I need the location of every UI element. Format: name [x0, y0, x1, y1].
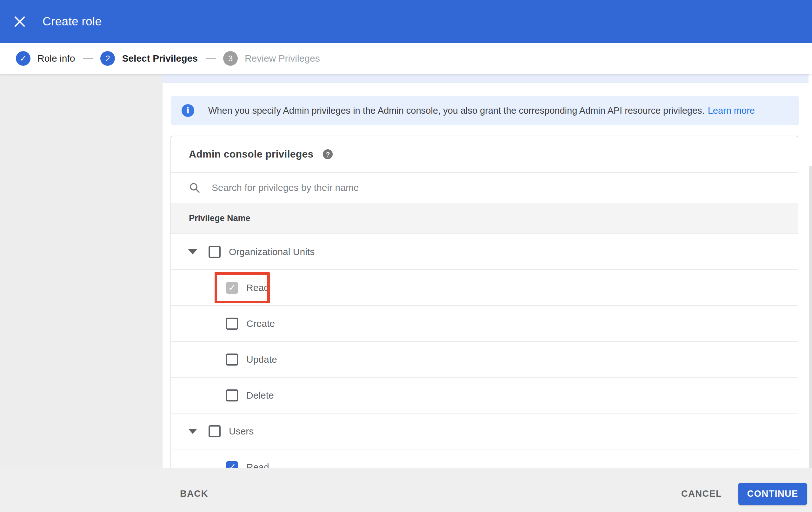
banner-text: When you specify Admin privileges in the… [208, 105, 705, 116]
privilege-label: Organizational Units [229, 246, 315, 257]
search-input[interactable] [212, 182, 688, 193]
privilege-label: Delete [246, 390, 274, 401]
step-check-icon: ✓ [16, 51, 30, 66]
step-number: 2 [100, 51, 115, 66]
expand-caret-icon[interactable] [188, 249, 197, 254]
privilege-label: Update [246, 354, 277, 365]
help-icon[interactable]: ? [323, 149, 333, 159]
step-connector [206, 58, 216, 59]
privilege-row-read: ✓Read [171, 270, 798, 306]
left-rail [0, 74, 163, 512]
search-icon [189, 182, 200, 193]
expand-caret-icon[interactable] [188, 429, 197, 434]
step-review-privileges[interactable]: 3Review Privileges [223, 51, 320, 66]
table-header: Privilege Name [171, 203, 798, 234]
privilege-row-create: Create [171, 306, 798, 342]
back-button[interactable]: BACK [180, 488, 208, 499]
vertical-scrollbar[interactable] [809, 166, 812, 468]
privilege-checkbox[interactable] [226, 353, 238, 366]
privilege-checkbox[interactable]: ✓ [226, 461, 238, 468]
close-button[interactable] [8, 9, 32, 34]
card-title: Admin console privileges [189, 148, 313, 160]
privilege-checkbox: ✓ [226, 282, 238, 294]
privilege-row-update: Update [171, 342, 798, 378]
scrolled-content-strip [163, 74, 809, 83]
step-number: 3 [223, 51, 238, 66]
info-banner: i When you specify Admin privileges in t… [171, 96, 799, 125]
privilege-checkbox[interactable] [226, 318, 238, 330]
privilege-row-delete: Delete [171, 378, 798, 413]
privilege-search-row [171, 172, 798, 203]
step-connector [83, 58, 93, 59]
appbar: Create role [0, 0, 812, 43]
main-content: i When you specify Admin privileges in t… [163, 74, 812, 468]
step-label: Select Privileges [122, 53, 198, 64]
step-label: Review Privileges [245, 53, 320, 64]
step-label: Role info [37, 53, 75, 64]
footer-bar: BACK CANCEL CONTINUE [0, 468, 812, 512]
privilege-row-read: ✓Read [171, 450, 798, 468]
step-role-info[interactable]: ✓Role info [16, 51, 75, 66]
stepper: ✓Role info2Select Privileges3Review Priv… [0, 43, 812, 74]
privilege-label: Read [246, 282, 269, 293]
column-header-privilege-name: Privilege Name [189, 213, 251, 223]
privilege-table: Organizational Units✓ReadCreateUpdateDel… [171, 234, 798, 468]
privilege-row-users: Users [171, 413, 798, 450]
cancel-button[interactable]: CANCEL [681, 488, 722, 499]
continue-button[interactable]: CONTINUE [738, 483, 807, 505]
privilege-row-organizational-units: Organizational Units [171, 234, 798, 270]
learn-more-link[interactable]: Learn more [708, 105, 755, 116]
privilege-label: Read [246, 462, 269, 468]
close-icon [14, 16, 25, 27]
privilege-checkbox[interactable] [226, 389, 238, 402]
privilege-checkbox[interactable] [208, 425, 221, 437]
step-select-privileges[interactable]: 2Select Privileges [100, 51, 198, 66]
privilege-label: Users [229, 426, 254, 437]
page-title: Create role [42, 15, 102, 28]
admin-privileges-card: Admin console privileges ? Privilege Nam… [171, 136, 799, 468]
info-icon: i [181, 104, 194, 117]
privilege-checkbox[interactable] [208, 246, 221, 258]
privilege-label: Create [246, 318, 275, 329]
